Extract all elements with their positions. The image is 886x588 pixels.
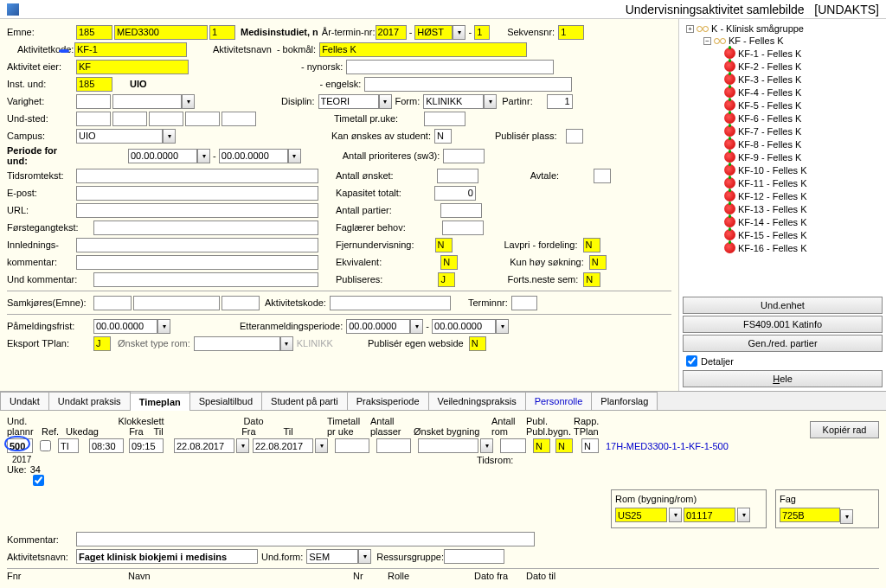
ressurs-field[interactable] xyxy=(444,549,504,564)
year-field[interactable] xyxy=(376,25,407,40)
aktnavn-lower-field[interactable] xyxy=(76,549,258,564)
emne-field-3[interactable] xyxy=(209,25,235,40)
fra-dato-dropdown[interactable]: ▾ xyxy=(236,438,249,453)
uke-checkbox[interactable] xyxy=(33,475,44,486)
partinr-field[interactable] xyxy=(547,94,573,109)
ref-checkbox[interactable] xyxy=(40,440,51,451)
disiplin-field[interactable] xyxy=(318,94,379,109)
fra-time[interactable] xyxy=(89,438,124,453)
tree-leaf[interactable]: KF-11 - Felles K xyxy=(683,176,883,189)
kopier-button[interactable]: Kopiér rad xyxy=(810,421,879,438)
termnr-field[interactable] xyxy=(474,25,490,40)
tree-leaf[interactable]: KF-3 - Felles K xyxy=(683,73,883,86)
pameld-dropdown[interactable]: ▾ xyxy=(157,319,170,334)
periode-2[interactable] xyxy=(219,149,288,163)
tree-leaf[interactable]: KF-13 - Felles K xyxy=(683,202,883,215)
tab-undakt-praksis[interactable]: Undakt praksis xyxy=(48,392,131,410)
faglar-field[interactable] xyxy=(442,220,484,235)
detaljer-checkbox[interactable] xyxy=(686,355,697,367)
form-field[interactable] xyxy=(423,94,484,109)
kommentar-lower-field[interactable] xyxy=(76,532,535,546)
innled-field[interactable] xyxy=(76,238,318,252)
til-time[interactable] xyxy=(129,438,164,453)
publplass-field[interactable] xyxy=(566,129,583,144)
undenhet-button[interactable]: Und.enhet xyxy=(683,297,883,314)
bokmal-field[interactable] xyxy=(319,42,527,57)
eksport-field[interactable] xyxy=(93,336,111,351)
campus-field[interactable] xyxy=(76,129,163,144)
forstegang-field[interactable] xyxy=(93,220,318,235)
collapse-icon[interactable]: − xyxy=(703,37,711,45)
antonsket-field[interactable] xyxy=(437,169,478,183)
undkomm-field[interactable] xyxy=(93,272,318,287)
kaptot-field[interactable] xyxy=(434,186,476,201)
tab-student-på-parti[interactable]: Student på parti xyxy=(261,392,348,410)
form-dropdown[interactable]: ▾ xyxy=(484,94,497,109)
tab-planforslag[interactable]: Planforslag xyxy=(591,392,658,410)
campus-dropdown[interactable]: ▾ xyxy=(163,129,176,144)
fag-field[interactable] xyxy=(780,508,840,522)
lavpri-field[interactable] xyxy=(583,238,600,252)
samkj-2[interactable] xyxy=(133,296,220,310)
undform-dropdown[interactable]: ▾ xyxy=(358,549,371,564)
tree-leaf[interactable]: KF-10 - Felles K xyxy=(683,163,883,176)
tree-sub[interactable]: −KF - Felles K xyxy=(683,35,883,47)
tidsrom-field[interactable] xyxy=(76,169,318,183)
tree-leaf[interactable]: KF-1 - Felles K xyxy=(683,47,883,60)
etter2-dropdown[interactable]: ▾ xyxy=(496,319,509,334)
tree-leaf[interactable]: KF-12 - Felles K xyxy=(683,189,883,202)
genred-button[interactable]: Gen./red. partier xyxy=(683,335,883,352)
forts-field[interactable] xyxy=(583,272,600,287)
samkj-1[interactable] xyxy=(93,296,132,310)
komm-field[interactable] xyxy=(76,255,318,270)
bygning-row[interactable] xyxy=(418,438,478,453)
tree-leaf[interactable]: KF-5 - Felles K xyxy=(683,99,883,112)
emne-field-2[interactable] xyxy=(114,25,208,40)
kanonsk-field[interactable] xyxy=(434,129,452,144)
undsted-1[interactable] xyxy=(76,112,111,126)
tab-timeplan[interactable]: Timeplan xyxy=(130,393,190,411)
til-dato[interactable] xyxy=(253,438,313,453)
antrom-row[interactable] xyxy=(500,438,526,453)
fra-dato[interactable] xyxy=(174,438,234,453)
periode1-dropdown[interactable]: ▾ xyxy=(197,149,210,163)
timetall-field[interactable] xyxy=(424,112,465,126)
etter2-field[interactable] xyxy=(432,319,496,334)
varighet-field-2[interactable] xyxy=(112,94,182,109)
periode2-dropdown[interactable]: ▾ xyxy=(288,149,301,163)
tree-root[interactable]: +K - Klinisk smågruppe xyxy=(683,22,883,35)
aktkode2-field[interactable] xyxy=(330,296,451,310)
undsted-4[interactable] xyxy=(185,112,220,126)
tree-leaf[interactable]: KF-2 - Felles K xyxy=(683,60,883,73)
disiplin-dropdown[interactable]: ▾ xyxy=(379,94,392,109)
term-field[interactable] xyxy=(414,25,453,40)
instund-field-1[interactable] xyxy=(76,77,112,92)
tree-leaf[interactable]: KF-6 - Felles K xyxy=(683,112,883,125)
sekvens-field[interactable] xyxy=(558,25,584,40)
antpart-field[interactable] xyxy=(440,203,482,218)
undsted-3[interactable] xyxy=(149,112,183,126)
etter1-field[interactable] xyxy=(346,319,410,334)
tab-undakt[interactable]: Undakt xyxy=(0,392,49,410)
publ1[interactable] xyxy=(533,438,550,453)
tab-praksisperiode[interactable]: Praksisperiode xyxy=(347,392,429,410)
tree-leaf[interactable]: KF-7 - Felles K xyxy=(683,125,883,137)
tab-spesialtilbud[interactable]: Spesialtilbud xyxy=(189,392,262,410)
emne-field-1[interactable] xyxy=(76,25,112,40)
bygning-dropdown[interactable]: ▾ xyxy=(480,438,493,453)
etter1-dropdown[interactable]: ▾ xyxy=(410,319,423,334)
expand-icon[interactable]: + xyxy=(686,25,694,33)
akteier-field[interactable] xyxy=(76,60,189,74)
tree-leaf[interactable]: KF-15 - Felles K xyxy=(683,228,883,241)
fjern-field[interactable] xyxy=(435,238,453,252)
fag-dropdown[interactable]: ▾ xyxy=(840,509,853,524)
term-dropdown[interactable]: ▾ xyxy=(453,25,465,40)
rom-bygning[interactable] xyxy=(615,508,667,522)
rom-rom[interactable] xyxy=(684,508,735,522)
hele-button[interactable]: Hele xyxy=(683,370,883,387)
samkj-3[interactable] xyxy=(222,296,260,310)
publ-field[interactable] xyxy=(438,272,455,287)
nynorsk-field[interactable] xyxy=(346,60,554,74)
onskrom-dropdown[interactable]: ▾ xyxy=(280,336,293,351)
tree-leaf[interactable]: KF-14 - Felles K xyxy=(683,215,883,228)
